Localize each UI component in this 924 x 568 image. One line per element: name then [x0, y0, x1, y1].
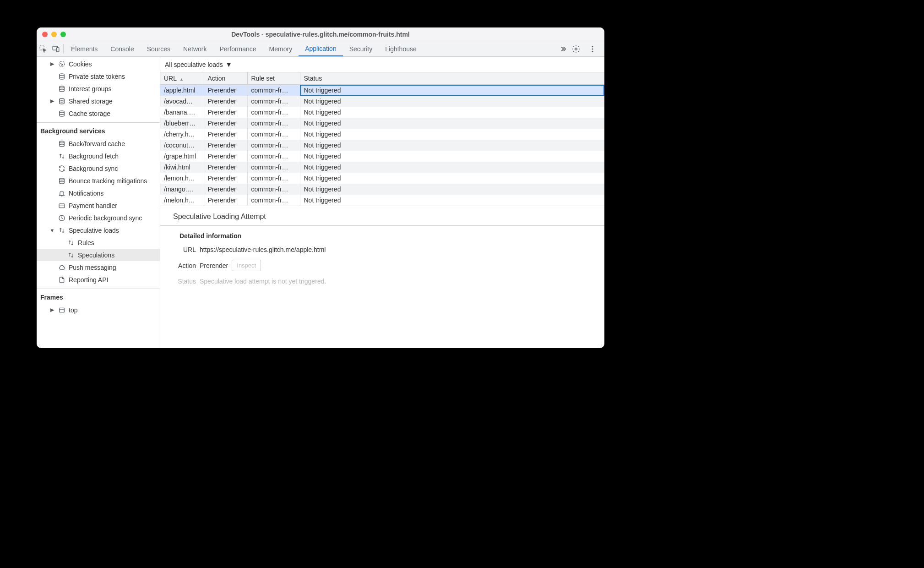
- sidebar-item-label: Cache storage: [69, 110, 110, 117]
- tab-application[interactable]: Application: [299, 41, 343, 56]
- cell-ruleset: common-fr…: [247, 162, 300, 173]
- devtools-window: DevTools - speculative-rules.glitch.me/c…: [37, 27, 604, 348]
- svg-point-8: [60, 63, 61, 64]
- sidebar-item-push-messaging[interactable]: Push messaging: [37, 261, 160, 273]
- sidebar-item-top[interactable]: ▶top: [37, 304, 160, 316]
- sort-ascending-icon: ▲: [179, 77, 184, 82]
- table-row[interactable]: /grape.htmlPrerendercommon-fr…Not trigge…: [160, 151, 604, 162]
- chevron-right-icon: ▶: [49, 61, 55, 67]
- svg-rect-19: [60, 308, 65, 312]
- sidebar-item-bounce-tracking-mitigations[interactable]: Bounce tracking mitigations: [37, 175, 160, 187]
- sidebar-item-back-forward-cache[interactable]: Back/forward cache: [37, 137, 160, 150]
- cell-url: /mango.…: [160, 184, 204, 195]
- detail-row-action: Action Prerender Inspect: [173, 260, 595, 271]
- speculation-filter-dropdown[interactable]: All speculative loads ▼: [165, 61, 232, 68]
- sidebar-item-label: Rules: [78, 239, 94, 246]
- svg-rect-17: [59, 204, 65, 208]
- table-row[interactable]: /melon.h…Prerendercommon-fr…Not triggere…: [160, 195, 604, 206]
- sidebar-item-private-state-tokens[interactable]: Private state tokens: [37, 70, 160, 82]
- sidebar-item-label: Reporting API: [69, 276, 108, 284]
- table-row[interactable]: /mango.…Prerendercommon-fr…Not triggered: [160, 184, 604, 195]
- tabs-toolbar: ElementsConsoleSourcesNetworkPerformance…: [37, 41, 604, 57]
- table-row[interactable]: /avocad…Prerendercommon-fr…Not triggered: [160, 96, 604, 107]
- cell-status: Not triggered: [300, 140, 604, 151]
- tab-security[interactable]: Security: [343, 41, 379, 56]
- detail-value: Prerender: [200, 262, 228, 269]
- tab-memory[interactable]: Memory: [263, 41, 299, 56]
- cell-action: Prerender: [204, 96, 247, 107]
- db-icon: [58, 140, 66, 147]
- inspect-element-icon[interactable]: [37, 41, 49, 56]
- updown-icon: [67, 251, 75, 259]
- cell-url: /lemon.h…: [160, 173, 204, 184]
- column-header-url[interactable]: URL▲: [160, 72, 204, 85]
- sidebar-item-label: Bounce tracking mitigations: [69, 177, 147, 185]
- application-sidebar[interactable]: ▶CookiesPrivate state tokensInterest gro…: [37, 57, 160, 348]
- column-header-ruleset[interactable]: Rule set: [247, 72, 300, 85]
- sidebar-item-background-fetch[interactable]: Background fetch: [37, 150, 160, 162]
- table-row[interactable]: /kiwi.htmlPrerendercommon-fr…Not trigger…: [160, 162, 604, 173]
- tab-network[interactable]: Network: [177, 41, 213, 56]
- window-titlebar: DevTools - speculative-rules.glitch.me/c…: [37, 27, 604, 41]
- sidebar-item-payment-handler[interactable]: Payment handler: [37, 199, 160, 212]
- detail-row-url: URL https://speculative-rules.glitch.me/…: [173, 246, 595, 253]
- table-row[interactable]: /coconut…Prerendercommon-fr…Not triggere…: [160, 140, 604, 151]
- cell-ruleset: common-fr…: [247, 85, 300, 96]
- sidebar-item-label: Shared storage: [69, 98, 113, 105]
- sidebar-item-cookies[interactable]: ▶Cookies: [37, 58, 160, 70]
- maximize-button[interactable]: [60, 32, 66, 37]
- cell-ruleset: common-fr…: [247, 151, 300, 162]
- db-icon: [58, 98, 66, 105]
- sidebar-item-label: Background sync: [69, 165, 118, 172]
- sidebar-item-interest-groups[interactable]: Interest groups: [37, 82, 160, 95]
- cell-status: Not triggered: [300, 85, 604, 96]
- sidebar-item-label: Private state tokens: [69, 73, 125, 80]
- table-row[interactable]: /lemon.h…Prerendercommon-fr…Not triggere…: [160, 173, 604, 184]
- cell-url: /kiwi.html: [160, 162, 204, 173]
- sidebar-item-notifications[interactable]: Notifications: [37, 187, 160, 199]
- sidebar-item-background-sync[interactable]: Background sync: [37, 162, 160, 175]
- cell-ruleset: common-fr…: [247, 184, 300, 195]
- updown-icon: [67, 239, 75, 246]
- cell-status: Not triggered: [300, 162, 604, 173]
- sidebar-item-label: Cookies: [69, 60, 92, 68]
- settings-icon[interactable]: [570, 45, 582, 53]
- sidebar-item-reporting-api[interactable]: Reporting API: [37, 273, 160, 286]
- sidebar-item-speculative-loads[interactable]: ▼Speculative loads: [37, 224, 160, 236]
- minimize-button[interactable]: [51, 32, 57, 37]
- tab-console[interactable]: Console: [104, 41, 140, 56]
- column-header-action[interactable]: Action: [204, 72, 247, 85]
- sidebar-item-shared-storage[interactable]: ▶Shared storage: [37, 95, 160, 107]
- cell-status: Not triggered: [300, 129, 604, 140]
- svg-rect-2: [57, 48, 59, 52]
- table-row[interactable]: /cherry.h…Prerendercommon-fr…Not trigger…: [160, 129, 604, 140]
- sidebar-item-speculations[interactable]: Speculations: [37, 249, 160, 261]
- inspect-button[interactable]: Inspect: [232, 260, 261, 271]
- more-tabs-icon[interactable]: [557, 41, 570, 56]
- kebab-menu-icon[interactable]: [586, 45, 599, 53]
- panel-tabs: ElementsConsoleSourcesNetworkPerformance…: [65, 41, 557, 56]
- cell-ruleset: common-fr…: [247, 195, 300, 206]
- cell-action: Prerender: [204, 173, 247, 184]
- sidebar-item-periodic-background-sync[interactable]: Periodic background sync: [37, 212, 160, 224]
- column-header-status[interactable]: Status: [300, 72, 604, 85]
- tab-elements[interactable]: Elements: [65, 41, 104, 56]
- cell-url: /coconut…: [160, 140, 204, 151]
- divider: [63, 44, 64, 54]
- sidebar-item-rules[interactable]: Rules: [37, 236, 160, 249]
- tab-performance[interactable]: Performance: [213, 41, 262, 56]
- close-button[interactable]: [42, 32, 48, 37]
- frame-icon: [58, 306, 66, 314]
- sidebar-item-cache-storage[interactable]: Cache storage: [37, 107, 160, 120]
- tab-sources[interactable]: Sources: [141, 41, 177, 56]
- sync-icon: [58, 165, 66, 172]
- table-row[interactable]: /blueberr…Prerendercommon-fr…Not trigger…: [160, 118, 604, 129]
- cell-url: /avocad…: [160, 96, 204, 107]
- cell-status: Not triggered: [300, 195, 604, 206]
- divider: [160, 225, 604, 226]
- table-row[interactable]: /banana.…Prerendercommon-fr…Not triggere…: [160, 107, 604, 118]
- tab-lighthouse[interactable]: Lighthouse: [379, 41, 423, 56]
- device-toolbar-icon[interactable]: [49, 41, 62, 56]
- cell-status: Not triggered: [300, 96, 604, 107]
- table-row[interactable]: /apple.htmlPrerendercommon-fr…Not trigge…: [160, 85, 604, 96]
